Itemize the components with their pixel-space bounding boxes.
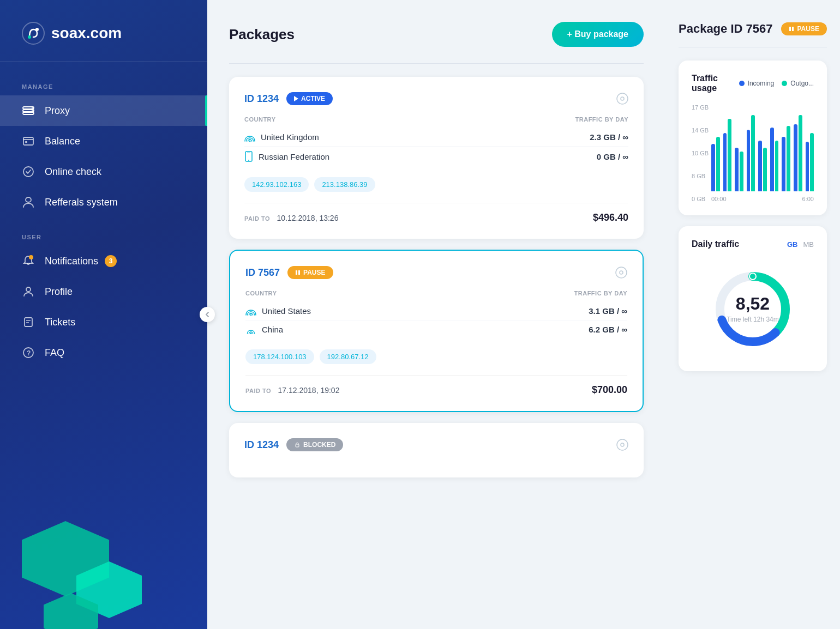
- country-col-label: COUNTRY: [245, 290, 277, 297]
- referrals-icon: [22, 196, 35, 209]
- svg-point-19: [617, 93, 628, 104]
- bar-group: [758, 141, 767, 191]
- incoming-legend: Incoming: [739, 80, 775, 87]
- ip-tag: 142.93.102.163: [244, 177, 309, 192]
- traffic-col-label: TRAFFIC BY DAY: [575, 116, 628, 123]
- daily-traffic-card: Daily traffic GB MB 8,52 Time left 12h 3…: [679, 226, 827, 371]
- package-detail-title: Package ID 7567: [679, 22, 772, 36]
- status-badge-blocked: BLOCKED: [286, 438, 343, 451]
- mobile-icon: [244, 151, 253, 162]
- svg-rect-26: [298, 270, 300, 275]
- country-col-label: COUNTRY: [244, 116, 275, 123]
- sidebar-item-faq[interactable]: ? FAQ: [0, 337, 207, 368]
- svg-point-39: [749, 273, 756, 280]
- svg-point-6: [32, 107, 33, 108]
- outgoing-legend: Outgo...: [782, 80, 814, 87]
- incoming-bar: [711, 144, 715, 191]
- card-header: ID 7567 PAUSE: [245, 266, 627, 279]
- svg-rect-8: [23, 137, 33, 145]
- daily-units: GB MB: [787, 240, 814, 249]
- incoming-bar: [770, 128, 774, 191]
- profile-label: Profile: [45, 286, 73, 298]
- svg-rect-34: [789, 27, 791, 31]
- outgoing-bar: [740, 152, 743, 191]
- card-settings-icon[interactable]: [615, 267, 627, 279]
- online-check-label: Online check: [45, 166, 101, 178]
- wifi-small-icon: [245, 325, 256, 334]
- bar-group: [747, 115, 755, 191]
- paid-to-label: PAID TO: [245, 388, 271, 394]
- svg-point-29: [250, 314, 252, 316]
- svg-point-20: [621, 97, 624, 100]
- donut-center: 8,52 Time left 12h 34m: [727, 295, 779, 323]
- ip-tags-2: 178.124.100.103 192.80.67.12: [245, 349, 627, 364]
- outgoing-bar: [751, 115, 755, 191]
- bars-container: [711, 104, 814, 191]
- bar-group: [723, 119, 732, 191]
- svg-rect-10: [25, 141, 27, 143]
- sidebar-item-tickets[interactable]: Tickets: [0, 307, 207, 337]
- package-id: ID 1234: [244, 439, 279, 451]
- notification-badge: 3: [105, 255, 117, 267]
- wifi-icon: [245, 307, 256, 316]
- traffic-us: 3.1 GB / ∞: [589, 306, 627, 316]
- outgoing-bar: [810, 133, 814, 191]
- traffic-col-label: TRAFFIC BY DAY: [574, 290, 627, 297]
- package-price: $496.40: [593, 212, 628, 223]
- svg-text:?: ?: [27, 349, 31, 357]
- country-row-china: China 6.2 GB / ∞: [245, 320, 627, 338]
- sidebar-item-online-check[interactable]: Online check: [0, 156, 207, 187]
- donut-value: 8,52: [727, 295, 779, 312]
- logo-text: soax.com: [51, 25, 122, 42]
- package-id: ID 1234: [244, 93, 279, 105]
- svg-point-28: [620, 271, 623, 274]
- country-name-russia: Russian Federation: [259, 152, 329, 161]
- svg-point-32: [617, 439, 628, 450]
- tickets-label: Tickets: [45, 317, 75, 328]
- svg-point-12: [29, 255, 33, 259]
- svg-point-21: [249, 140, 251, 142]
- package-price: $700.00: [592, 384, 627, 396]
- outgoing-bar: [716, 137, 720, 191]
- donut-chart: 8,52 Time left 12h 34m: [692, 260, 814, 358]
- incoming-dot: [739, 81, 745, 86]
- svg-point-30: [250, 332, 252, 334]
- countries-section: COUNTRY TRAFFIC BY DAY United States: [245, 290, 627, 338]
- card-settings-icon[interactable]: [616, 93, 628, 105]
- card-settings-icon[interactable]: [616, 439, 628, 451]
- incoming-bar: [747, 130, 751, 191]
- mb-unit-button[interactable]: MB: [803, 240, 814, 249]
- balance-label: Balance: [45, 136, 80, 147]
- package-card-7567-pause: ID 7567 PAUSE COUNTRY TRAFFIC BY DAY: [229, 250, 644, 412]
- proxy-label: Proxy: [45, 105, 70, 117]
- bar-group: [735, 148, 743, 191]
- balance-icon: [22, 135, 35, 148]
- sidebar-item-proxy[interactable]: Proxy: [0, 95, 207, 126]
- outgoing-dot: [782, 81, 787, 86]
- svg-marker-18: [294, 96, 298, 101]
- sidebar-item-notifications[interactable]: Notifications 3: [0, 246, 207, 276]
- sidebar-item-balance[interactable]: Balance: [0, 126, 207, 156]
- daily-header: Daily traffic GB MB: [692, 239, 814, 249]
- ip-tag: 213.138.86.39: [314, 177, 375, 192]
- right-panel-pause-badge: PAUSE: [781, 22, 826, 35]
- time-left-label: Time left 12h 34m: [727, 316, 779, 323]
- sidebar-item-profile[interactable]: Profile: [0, 276, 207, 307]
- bar-group: [806, 133, 814, 191]
- x-axis-labels: 00:00 6:00: [711, 196, 814, 202]
- bar-group: [770, 128, 779, 191]
- svg-rect-25: [296, 270, 297, 275]
- proxy-icon: [22, 104, 35, 117]
- svg-point-33: [621, 443, 624, 446]
- countries-section: COUNTRY TRAFFIC BY DAY United Kingdom: [244, 116, 628, 166]
- buy-package-button[interactable]: + Buy package: [552, 22, 644, 47]
- collapse-sidebar-button[interactable]: [200, 307, 215, 322]
- sidebar: soax.com MANAGE Proxy: [0, 0, 207, 629]
- country-row-uk: United Kingdom 2.3 GB / ∞: [244, 128, 628, 146]
- svg-rect-31: [296, 444, 299, 447]
- gb-unit-button[interactable]: GB: [787, 240, 798, 249]
- notifications-icon: [22, 255, 35, 268]
- svg-point-7: [32, 110, 33, 111]
- card-header: ID 1234 ACTIVE: [244, 92, 628, 105]
- sidebar-item-referrals[interactable]: Refferals system: [0, 187, 207, 217]
